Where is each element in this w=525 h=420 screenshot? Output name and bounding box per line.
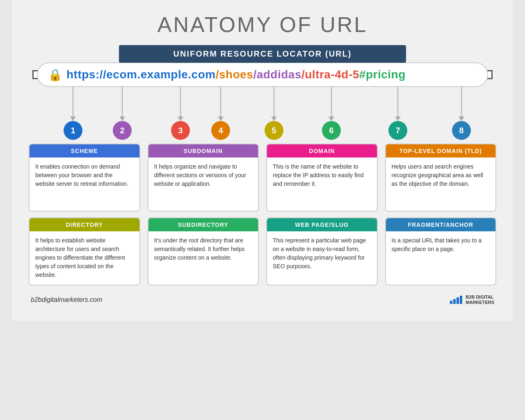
svg-marker-15 (459, 116, 464, 121)
url-bar-wrapper: 🔒 https://ecom.example.com/shoes/addidas… (37, 62, 488, 87)
card-cards-row-2-3: FRAGMENT/ANCHOR Is a special URL that ta… (385, 217, 497, 285)
brand-text: B2B DIGITAL MARKETERS (466, 294, 494, 305)
card-cards-row-2-0: DIRECTORY It helps to establish website … (29, 217, 140, 285)
bar4 (460, 296, 462, 304)
bar1 (450, 301, 452, 304)
number-circle-2: 2 (113, 121, 132, 140)
card-cards-row-1-2: DOMAIN This is the name of the website t… (266, 144, 378, 212)
card-body: Helps users and search engines recognize… (386, 158, 496, 211)
card-cards-row-1-0: SCHEME It enables connection on demand b… (29, 144, 140, 212)
bar3 (457, 297, 459, 304)
svg-marker-13 (395, 116, 401, 121)
svg-marker-5 (178, 116, 183, 121)
number-circle-4: 4 (211, 121, 230, 140)
bar2 (453, 299, 456, 304)
url-subdir: addidas (257, 68, 301, 81)
page-title: ANATOMY OF URL (25, 12, 500, 37)
number-circle-5: 5 (265, 121, 283, 140)
card-body: It helps to establish website architectu… (30, 231, 139, 285)
card-header: SUBDOMAIN (148, 144, 258, 158)
footer-website: b2bdigitalmarketers.com (31, 296, 102, 304)
url-slug: ultra-4d-5 (305, 68, 359, 81)
url-https: https:// (66, 68, 106, 81)
url-domain: example.com (141, 68, 216, 81)
card-header: SCHEME (30, 144, 139, 158)
number-circle-7: 7 (388, 121, 407, 140)
card-header: WEB PAGE/SLUG (267, 218, 377, 231)
card-cards-row-1-3: TOP-LEVEL DOMAIN (TLD) Helps users and s… (385, 144, 497, 212)
card-body: It helps organize and navigate to differ… (148, 158, 258, 211)
url-anchor: #pricing (359, 68, 406, 81)
svg-marker-11 (329, 116, 334, 121)
number-circle-3: 3 (171, 121, 190, 140)
number-circles: 12345678 (29, 121, 496, 139)
url-text: https://ecom.example.com/shoes/addidas/u… (66, 68, 406, 81)
number-circle-1: 1 (64, 121, 82, 140)
card-cards-row-2-2: WEB PAGE/SLUG This represent a particula… (266, 217, 378, 285)
card-cards-row-2-1: SUBDIRECTORY It's under the root directo… (148, 217, 259, 285)
card-body: Is a special URL that takes you to a spe… (386, 231, 496, 285)
svg-marker-9 (271, 116, 277, 121)
cards-row-2: DIRECTORY It helps to establish website … (29, 217, 496, 285)
svg-marker-3 (119, 116, 125, 121)
svg-marker-1 (70, 116, 76, 121)
card-header: FRAGMENT/ANCHOR (386, 218, 496, 231)
url-subdomain: ecom. (106, 68, 140, 81)
url-slash2: / (253, 68, 256, 81)
footer-brand: B2B DIGITAL MARKETERS (450, 294, 494, 305)
card-body: This is the name of the website to repla… (267, 158, 377, 211)
card-body: It's under the root directory that are s… (148, 231, 258, 285)
main-container: ANATOMY OF URL UNIFORM RESOURCE LOCATOR … (12, 0, 513, 321)
card-cards-row-1-1: SUBDOMAIN It helps organize and navigate… (148, 144, 259, 212)
svg-marker-7 (218, 116, 224, 121)
card-body: This represent a particular web page on … (267, 231, 377, 285)
cards-row-1: SCHEME It enables connection on demand b… (29, 144, 496, 212)
url-dir: shoes (219, 68, 253, 81)
card-header: TOP-LEVEL DOMAIN (TLD) (386, 144, 496, 158)
arrows-area: 12345678 (29, 87, 496, 140)
url-bar: 🔒 https://ecom.example.com/shoes/addidas… (37, 62, 488, 87)
card-body: It enables connection on demand between … (30, 158, 139, 211)
number-circle-6: 6 (322, 121, 341, 140)
card-header: SUBDIRECTORY (148, 218, 258, 231)
url-slash1: / (216, 68, 219, 81)
brand-bars-icon (450, 296, 462, 304)
card-header: DIRECTORY (30, 218, 139, 231)
lock-icon: 🔒 (48, 68, 62, 82)
footer: b2bdigitalmarketers.com B2B DIGITAL MARK… (25, 291, 500, 308)
brand-line1: B2B DIGITAL (466, 294, 494, 300)
card-header: DOMAIN (267, 144, 377, 158)
url-banner: UNIFORM RESOURCE LOCATOR (URL) (119, 45, 406, 63)
number-circle-8: 8 (452, 121, 471, 140)
brand-line2: MARKETERS (466, 300, 494, 305)
